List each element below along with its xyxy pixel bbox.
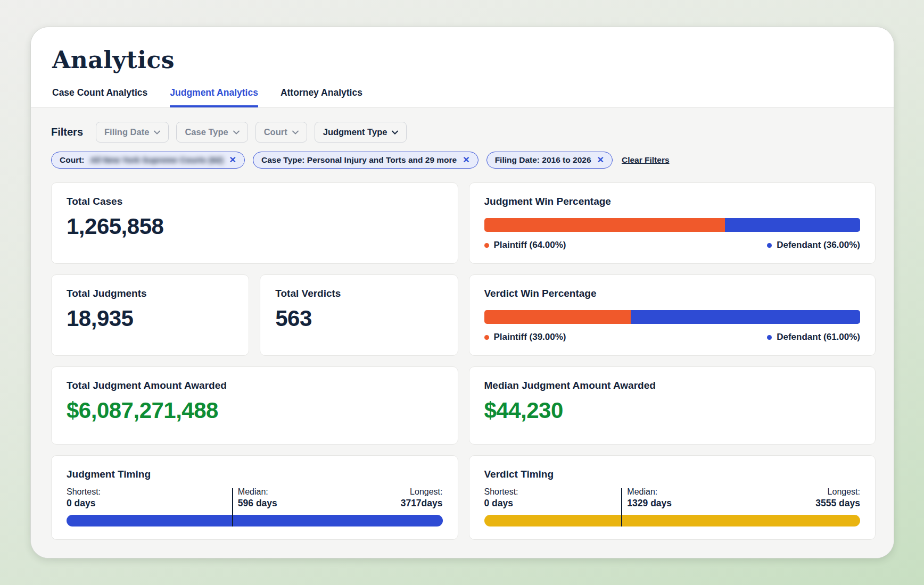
total-judgment-amount-card: Total Judgment Amount Awarded $6,087,271…: [51, 366, 458, 445]
case-type-chip-label: Case Type: Personal Injury and Torts and…: [261, 155, 457, 165]
longest-value: 3717days: [401, 498, 443, 509]
verdict-win-title: Verdict Win Percentage: [484, 288, 861, 299]
court-chip-redacted-value: All New York Supreme Courts (62): [90, 155, 224, 165]
median-value: 1329 days: [627, 498, 672, 509]
court-filter-chip[interactable]: Court: All New York Supreme Courts (62) …: [51, 152, 245, 169]
total-cases-title: Total Cases: [67, 196, 443, 207]
plaintiff-dot-icon: [484, 335, 489, 340]
tab-bar: Case Count Analytics Judgment Analytics …: [52, 87, 872, 107]
total-verdicts-title: Total Verdicts: [275, 288, 442, 299]
panel-header: Analytics Case Count Analytics Judgment …: [31, 27, 894, 108]
judgment-win-percentage-card: Judgment Win Percentage Plaintiff (64.00…: [469, 182, 876, 264]
longest-label: Longest:: [815, 487, 860, 497]
verdict-win-plaintiff-segment: [484, 310, 631, 324]
judgment-timing-longest: Longest: 3717days: [401, 487, 443, 509]
verdict-timing-body: Shortest: 0 days Longest: 3555 days Medi…: [484, 487, 861, 526]
judgment-timing-title: Judgment Timing: [67, 469, 443, 480]
total-judgment-amount-title: Total Judgment Amount Awarded: [67, 380, 443, 391]
verdict-timing-median-marker: [621, 488, 622, 526]
judgment-timing-bar: [67, 515, 443, 526]
filters-row: Filters Filing Date Case Type Court Judg…: [51, 122, 876, 143]
verdict-timing-bar: [484, 515, 861, 526]
totals-subgrid: Total Judgments 18,935 Total Verdicts 56…: [51, 274, 458, 356]
case-type-filter-chip[interactable]: Case Type: Personal Injury and Torts and…: [253, 152, 478, 169]
tab-judgment-analytics[interactable]: Judgment Analytics: [170, 87, 258, 107]
remove-court-filter-icon[interactable]: ✕: [229, 156, 236, 164]
judgment-timing-card: Judgment Timing Shortest: 0 days Longest…: [51, 455, 458, 540]
judgment-win-plaintiff-legend: Plaintiff (64.00%): [484, 240, 566, 250]
court-dropdown[interactable]: Court: [255, 122, 307, 143]
longest-value: 3555 days: [815, 498, 860, 509]
total-cases-card: Total Cases 1,265,858: [51, 182, 458, 264]
remove-filing-date-filter-icon[interactable]: ✕: [597, 156, 604, 164]
judgment-win-legend: Plaintiff (64.00%) Defendant (36.00%): [484, 240, 861, 250]
judgment-win-plaintiff-label: Plaintiff (64.00%): [494, 240, 566, 250]
clear-filters-link[interactable]: Clear Filters: [622, 155, 670, 165]
verdict-win-defendant-label: Defendant (61.00%): [777, 332, 860, 342]
total-verdicts-value: 563: [275, 306, 442, 331]
judgment-type-dropdown-label: Judgment Type: [323, 127, 387, 137]
tab-case-count-analytics[interactable]: Case Count Analytics: [52, 87, 147, 107]
chevron-down-icon: [292, 130, 299, 135]
verdict-win-plaintiff-legend: Plaintiff (39.00%): [484, 332, 566, 342]
median-value: 596 days: [238, 498, 277, 509]
case-type-dropdown-label: Case Type: [185, 127, 228, 137]
verdict-win-defendant-legend: Defendant (61.00%): [767, 332, 860, 342]
defendant-dot-icon: [767, 243, 772, 248]
filing-date-filter-chip[interactable]: Filing Date: 2016 to 2026 ✕: [486, 152, 613, 169]
judgment-win-bar: [484, 218, 861, 232]
chevron-down-icon: [233, 130, 240, 135]
remove-case-type-filter-icon[interactable]: ✕: [463, 156, 469, 164]
verdict-timing-longest: Longest: 3555 days: [815, 487, 860, 509]
judgment-win-defendant-segment: [725, 218, 860, 232]
shortest-value: 0 days: [67, 498, 101, 509]
median-judgment-amount-card: Median Judgment Amount Awarded $44,230: [469, 366, 876, 445]
judgment-win-defendant-legend: Defendant (36.00%): [767, 240, 860, 250]
analytics-panel: Analytics Case Count Analytics Judgment …: [30, 27, 894, 558]
chevron-down-icon: [392, 130, 398, 135]
median-judgment-amount-value: $44,230: [484, 398, 861, 423]
plaintiff-dot-icon: [484, 243, 489, 248]
verdict-timing-card: Verdict Timing Shortest: 0 days Longest:…: [469, 455, 876, 540]
total-cases-value: 1,265,858: [67, 214, 443, 239]
case-type-dropdown[interactable]: Case Type: [176, 122, 248, 143]
median-label: Median:: [627, 487, 672, 497]
filing-date-dropdown-label: Filing Date: [104, 127, 149, 137]
verdict-win-plaintiff-label: Plaintiff (39.00%): [494, 332, 566, 342]
court-chip-prefix: Court:: [60, 155, 85, 165]
total-judgments-card: Total Judgments 18,935: [51, 274, 249, 356]
median-label: Median:: [238, 487, 277, 497]
content-area: Filters Filing Date Case Type Court Judg…: [31, 108, 894, 558]
verdict-timing-labels: Shortest: 0 days Longest: 3555 days: [484, 487, 861, 509]
total-verdicts-card: Total Verdicts 563: [260, 274, 458, 356]
defendant-dot-icon: [767, 335, 772, 340]
court-dropdown-label: Court: [264, 127, 287, 137]
verdict-timing-shortest: Shortest: 0 days: [484, 487, 518, 509]
page-title: Analytics: [52, 46, 872, 73]
chevron-down-icon: [154, 130, 160, 135]
judgment-timing-body: Shortest: 0 days Longest: 3717days Media…: [67, 487, 443, 526]
shortest-label: Shortest:: [67, 487, 101, 497]
tab-attorney-analytics[interactable]: Attorney Analytics: [280, 87, 362, 107]
judgment-type-dropdown[interactable]: Judgment Type: [315, 122, 407, 143]
verdict-timing-median: Median: 1329 days: [621, 487, 672, 509]
shortest-label: Shortest:: [484, 487, 518, 497]
judgment-timing-median: Median: 596 days: [232, 487, 277, 509]
filters-label: Filters: [51, 126, 83, 138]
judgment-win-plaintiff-segment: [484, 218, 725, 232]
active-filter-chips: Court: All New York Supreme Courts (62) …: [51, 152, 876, 169]
longest-label: Longest:: [401, 487, 443, 497]
judgment-timing-shortest: Shortest: 0 days: [67, 487, 101, 509]
total-judgments-title: Total Judgments: [67, 288, 234, 299]
verdict-timing-title: Verdict Timing: [484, 469, 861, 480]
total-judgments-value: 18,935: [67, 306, 234, 331]
judgment-win-defendant-label: Defendant (36.00%): [777, 240, 860, 250]
cards-grid: Total Cases 1,265,858 Judgment Win Perce…: [51, 182, 876, 540]
verdict-win-bar: [484, 310, 861, 324]
verdict-win-defendant-segment: [631, 310, 860, 324]
median-judgment-amount-title: Median Judgment Amount Awarded: [484, 380, 861, 391]
filing-date-dropdown[interactable]: Filing Date: [96, 122, 169, 143]
judgment-timing-median-marker: [232, 488, 233, 526]
total-judgment-amount-value: $6,087,271,488: [67, 398, 443, 423]
filing-date-chip-label: Filing Date: 2016 to 2026: [495, 155, 591, 165]
